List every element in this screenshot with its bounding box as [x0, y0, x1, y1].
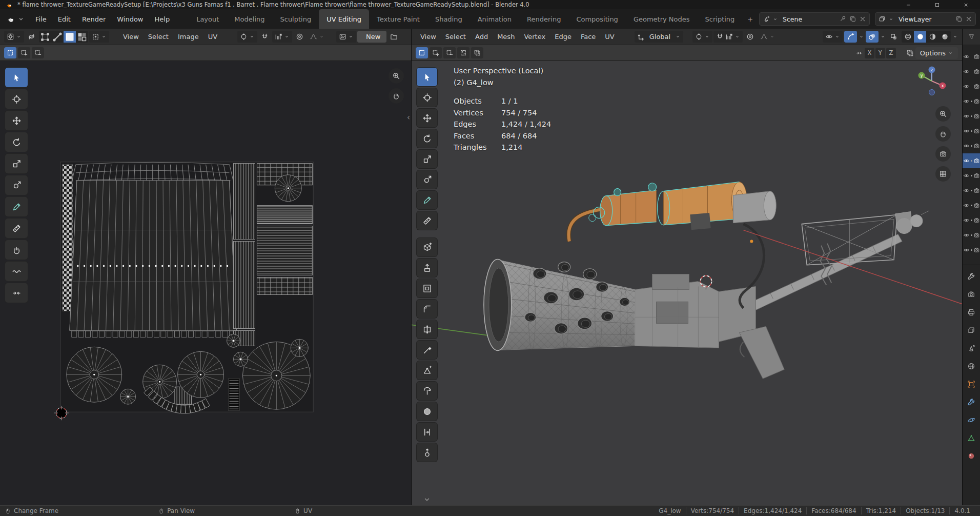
uv-proportional-falloff-selector[interactable]: [307, 31, 327, 43]
select-mode-invert[interactable]: [457, 47, 469, 58]
menu-item[interactable]: View: [416, 31, 441, 43]
workspace-tab[interactable]: Animation: [470, 9, 519, 29]
add-workspace-button[interactable]: +: [742, 15, 758, 23]
material-tab[interactable]: [965, 450, 977, 462]
proportional-falloff-selector[interactable]: [758, 31, 778, 43]
menu-item[interactable]: Help: [149, 13, 176, 25]
disable-render-camera-icon[interactable]: [973, 187, 980, 194]
proportional-editing-toggle[interactable]: [744, 31, 757, 43]
snap-base-icon[interactable]: [906, 49, 914, 57]
select-mode-subtract[interactable]: [443, 47, 456, 58]
menu-item[interactable]: Select: [441, 31, 471, 43]
move-tool[interactable]: [5, 111, 28, 130]
menu-item[interactable]: Edge: [550, 31, 576, 43]
editor-type-selector[interactable]: [4, 31, 24, 43]
outliner-object-row[interactable]: [963, 183, 980, 198]
hide-eye-icon[interactable]: [963, 202, 970, 209]
pan-hand-icon[interactable]: [935, 126, 951, 142]
chevron-down-icon[interactable]: [880, 34, 886, 39]
workspace-tab[interactable]: Rendering: [519, 9, 568, 29]
disable-render-camera-icon[interactable]: [973, 128, 980, 134]
view-layer-tab[interactable]: [965, 324, 977, 336]
overlays-toggle[interactable]: [866, 31, 879, 43]
spin-tool[interactable]: [417, 382, 437, 400]
chevron-down-icon[interactable]: [859, 34, 864, 39]
disable-render-camera-icon[interactable]: [973, 202, 980, 209]
workspace-tab[interactable]: Sculpting: [272, 9, 319, 29]
mirror-axis-toggle[interactable]: X: [865, 48, 874, 58]
camera-view-icon[interactable]: [935, 146, 951, 162]
zoom-icon[interactable]: [935, 106, 951, 122]
menu-item[interactable]: Select: [144, 31, 173, 43]
outliner-object-row[interactable]: [963, 94, 980, 109]
disable-render-camera-icon[interactable]: [973, 232, 980, 239]
measure-tool[interactable]: [417, 211, 437, 230]
menu-item[interactable]: Window: [111, 13, 149, 25]
loop-cut-tool[interactable]: [417, 320, 437, 339]
uv-vertex-select[interactable]: [39, 31, 51, 43]
hide-eye-icon[interactable]: [963, 187, 970, 194]
menu-item[interactable]: UV: [203, 31, 222, 43]
workspace-tab[interactable]: Texture Paint: [369, 9, 427, 29]
uv-sticky-selection-selector[interactable]: [89, 31, 109, 43]
hide-eye-icon[interactable]: [963, 143, 970, 149]
uv-select-mode-new[interactable]: [4, 47, 16, 58]
hide-eye-icon[interactable]: [963, 98, 970, 105]
hide-eye-icon[interactable]: [963, 157, 970, 164]
pivot-point-selector[interactable]: [692, 31, 712, 43]
close-button[interactable]: [951, 0, 980, 9]
extrude-region-tool[interactable]: [417, 259, 437, 277]
measure-tool[interactable]: [5, 219, 28, 238]
rotate-tool[interactable]: [5, 132, 28, 152]
pinch-tool[interactable]: [5, 283, 28, 303]
bevel-tool[interactable]: [417, 300, 437, 318]
uv-snap-toggle[interactable]: [258, 31, 271, 43]
uv-canvas[interactable]: ‹: [0, 61, 411, 505]
modifiers-tab[interactable]: [965, 396, 977, 408]
menu-item[interactable]: Add: [471, 31, 493, 43]
hide-eye-icon[interactable]: [963, 83, 970, 90]
snap-increment-icon[interactable]: [725, 33, 733, 41]
uv-select-mode-subtract[interactable]: [32, 47, 44, 58]
outliner-object-row[interactable]: [963, 64, 980, 79]
uv-proportional-editing-toggle[interactable]: [293, 31, 306, 43]
move-tool[interactable]: [417, 109, 437, 127]
pin-icon[interactable]: [840, 15, 847, 23]
pan-hand-icon[interactable]: [389, 88, 404, 104]
minimize-button[interactable]: [894, 0, 923, 9]
disable-render-camera-icon[interactable]: [973, 172, 980, 179]
scale-tool[interactable]: [417, 150, 437, 168]
uv-island-select[interactable]: [76, 31, 88, 43]
workspace-tab[interactable]: UV Editing: [319, 9, 369, 29]
menu-item[interactable]: Image: [173, 31, 203, 43]
add-cube-tool[interactable]: [417, 238, 437, 256]
object-visibility-selector[interactable]: [823, 31, 843, 43]
menu-item[interactable]: Edit: [52, 13, 76, 25]
open-image-button[interactable]: [387, 31, 400, 43]
new-layer-icon[interactable]: [955, 15, 963, 23]
cursor-tool[interactable]: [5, 89, 28, 109]
outliner-object-row[interactable]: [963, 138, 980, 153]
disable-render-camera-icon[interactable]: [973, 83, 980, 90]
object-tab[interactable]: [965, 378, 977, 390]
cursor-tool[interactable]: [417, 88, 437, 107]
editor-divider[interactable]: [963, 265, 980, 265]
inset-faces-tool[interactable]: [417, 279, 437, 297]
disable-render-camera-icon[interactable]: [973, 98, 980, 105]
workspace-tab[interactable]: Modeling: [227, 9, 272, 29]
view-layer-selector[interactable]: ViewLayer: [875, 12, 976, 26]
filter-icon[interactable]: [968, 33, 975, 40]
transform-orientation-selector[interactable]: Global: [635, 31, 683, 43]
select-mode-new[interactable]: [416, 47, 428, 58]
chevron-down-icon[interactable]: [952, 34, 958, 39]
menu-item[interactable]: File: [30, 13, 52, 25]
outliner-object-row[interactable]: [963, 168, 980, 183]
new-scene-icon[interactable]: [849, 15, 856, 23]
select-box-tool[interactable]: [5, 68, 28, 87]
menu-item[interactable]: Mesh: [493, 31, 519, 43]
gizmos-toggle[interactable]: [844, 31, 857, 43]
outliner-object-row[interactable]: [963, 243, 980, 257]
menu-item[interactable]: Face: [576, 31, 600, 43]
outliner-object-row[interactable]: [963, 124, 980, 138]
uv-face-select[interactable]: [64, 31, 76, 43]
